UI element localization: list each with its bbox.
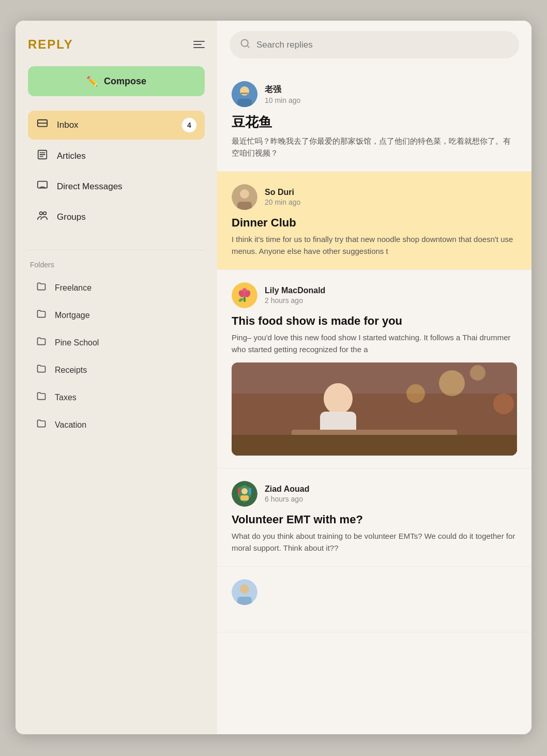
avatar	[232, 579, 257, 605]
app-container: REPLY ✏️ Compose Inbox 4	[16, 21, 531, 734]
groups-label: Groups	[57, 212, 86, 222]
sidebar-item-groups[interactable]: Groups	[28, 203, 205, 231]
svg-point-30	[470, 365, 485, 381]
food-show-image-bg	[232, 362, 517, 456]
sidebar-item-articles[interactable]: Articles	[28, 142, 205, 170]
articles-icon	[36, 149, 49, 163]
compose-label: Compose	[104, 76, 146, 87]
avatar	[232, 81, 257, 107]
search-input[interactable]	[256, 40, 509, 50]
folder-icon	[36, 364, 47, 376]
message-card[interactable]: 老强 10 min ago 豆花鱼 最近忙吗？昨晚我去了你最爱的那家饭馆，点了他…	[217, 69, 531, 172]
message-header: 老强 10 min ago	[232, 81, 517, 107]
search-bar-wrap	[217, 21, 531, 69]
folder-items: Freelance Mortgage Pine School	[28, 275, 205, 437]
sender-name: 老强	[265, 84, 300, 95]
folder-item-receipts[interactable]: Receipts	[28, 357, 205, 383]
message-card[interactable]: So Duri 20 min ago Dinner Club I think i…	[217, 172, 531, 270]
search-bar	[230, 31, 519, 58]
svg-point-39	[240, 584, 249, 594]
sender-name: Lily MacDonald	[265, 286, 325, 295]
folder-receipts-label: Receipts	[55, 366, 87, 375]
message-header: Lily MacDonald 2 hours ago	[232, 282, 517, 308]
folder-icon	[36, 309, 47, 322]
message-header	[232, 579, 517, 605]
svg-rect-13	[241, 93, 248, 94]
message-preview: I think it's time for us to finally try …	[232, 234, 517, 257]
message-meta: So Duri 20 min ago	[265, 188, 300, 206]
folder-item-mortgage[interactable]: Mortgage	[28, 303, 205, 328]
time-ago: 6 hours ago	[265, 495, 310, 503]
message-header: Ziad Aouad 6 hours ago	[232, 481, 517, 507]
svg-point-15	[240, 189, 249, 199]
message-subject: Volunteer EMT with me?	[232, 513, 517, 526]
folder-icon	[36, 391, 47, 404]
svg-point-25	[324, 383, 353, 414]
search-icon	[240, 38, 250, 51]
svg-rect-12	[237, 99, 252, 107]
folder-taxes-label: Taxes	[55, 393, 77, 402]
svg-point-11	[240, 86, 249, 96]
avatar	[232, 184, 257, 210]
svg-rect-36	[238, 488, 240, 494]
message-meta: Lily MacDonald 2 hours ago	[265, 286, 325, 305]
svg-rect-35	[240, 495, 249, 501]
message-subject: Dinner Club	[232, 216, 517, 230]
main-content: 老强 10 min ago 豆花鱼 最近忙吗？昨晚我去了你最爱的那家饭馆，点了他…	[217, 21, 531, 734]
svg-rect-21	[244, 297, 246, 302]
articles-label: Articles	[57, 151, 86, 161]
svg-rect-28	[232, 435, 517, 456]
folder-item-vacation[interactable]: Vacation	[28, 412, 205, 437]
folder-item-taxes[interactable]: Taxes	[28, 385, 205, 410]
app-logo: REPLY	[28, 37, 73, 52]
nav-items: Inbox 4 Articles	[28, 111, 205, 231]
inbox-badge: 4	[182, 118, 196, 132]
time-ago: 10 min ago	[265, 96, 300, 104]
direct-messages-label: Direct Messages	[57, 182, 123, 192]
svg-point-34	[241, 488, 248, 494]
menu-collapse-icon[interactable]	[193, 41, 205, 48]
sender-name: So Duri	[265, 188, 300, 197]
message-preview: Ping– you'd love this new food show I st…	[232, 332, 517, 355]
direct-messages-icon	[36, 179, 49, 193]
folder-mortgage-label: Mortgage	[55, 311, 90, 320]
message-card[interactable]: Lily MacDonald 2 hours ago This food sho…	[217, 270, 531, 468]
message-subject: This food show is made for you	[232, 314, 517, 328]
folder-icon	[36, 418, 47, 431]
folder-vacation-label: Vacation	[55, 420, 86, 430]
time-ago: 20 min ago	[265, 198, 300, 206]
svg-point-31	[406, 384, 425, 403]
divider	[28, 250, 205, 250]
message-header: So Duri 20 min ago	[232, 184, 517, 210]
folder-item-freelance[interactable]: Freelance	[28, 275, 205, 300]
messages-list: 老强 10 min ago 豆花鱼 最近忙吗？昨晚我去了你最爱的那家饭馆，点了他…	[217, 69, 531, 632]
food-show-image-inner	[232, 362, 517, 456]
folder-freelance-label: Freelance	[55, 283, 92, 293]
message-card[interactable]	[217, 567, 531, 632]
sidebar: REPLY ✏️ Compose Inbox 4	[16, 21, 217, 734]
folder-icon	[36, 336, 47, 349]
svg-rect-40	[237, 597, 252, 605]
svg-point-29	[439, 370, 465, 396]
inbox-label: Inbox	[57, 120, 79, 130]
sidebar-item-inbox[interactable]: Inbox 4	[28, 111, 205, 140]
message-preview: What do you think about training to be v…	[232, 531, 517, 554]
folders-label: Folders	[28, 261, 205, 269]
sidebar-item-direct-messages[interactable]: Direct Messages	[28, 172, 205, 201]
sidebar-header: REPLY	[28, 37, 205, 52]
svg-rect-37	[249, 488, 251, 494]
message-subject: 豆花鱼	[232, 113, 517, 131]
svg-rect-16	[237, 202, 252, 210]
svg-point-6	[40, 212, 43, 215]
folder-pine-school-label: Pine School	[55, 338, 99, 347]
message-preview: 最近忙吗？昨晚我去了你最爱的那家饭馆，点了他们的特色菜，吃着就想你了。有空咱们视…	[232, 135, 517, 159]
message-card[interactable]: Ziad Aouad 6 hours ago Volunteer EMT wit…	[217, 468, 531, 567]
compose-button[interactable]: ✏️ Compose	[28, 66, 205, 96]
svg-point-7	[43, 212, 47, 215]
svg-line-9	[247, 46, 249, 48]
message-image	[232, 362, 517, 456]
sender-name: Ziad Aouad	[265, 485, 310, 494]
inbox-icon	[36, 118, 49, 132]
folder-item-pine-school[interactable]: Pine School	[28, 330, 205, 355]
avatar	[232, 282, 257, 308]
